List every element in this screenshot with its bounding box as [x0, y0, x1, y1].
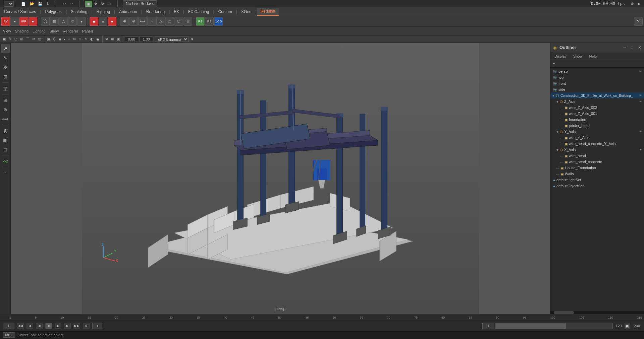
- soft-select-sidebar[interactable]: ◉: [1, 126, 10, 135]
- component-mode-btn[interactable]: ▣: [116, 36, 121, 42]
- no-live-surface-btn[interactable]: No Live Surface: [123, 0, 157, 7]
- combine-btn[interactable]: ⊕: [120, 17, 129, 26]
- undo-btn[interactable]: ↩: [61, 0, 68, 7]
- symmetry-sidebar[interactable]: ⟺: [1, 115, 10, 123]
- outliner-help-tab[interactable]: Help: [587, 54, 600, 59]
- outliner-close-btn[interactable]: ✕: [638, 45, 641, 50]
- help-btn[interactable]: ?: [634, 17, 643, 26]
- tree-item-persp[interactable]: 📷 persp 👁: [550, 68, 644, 74]
- tree-item-wire-head-concrete-y[interactable]: — ▣ wire_head_concrete_Y_Axis: [550, 141, 644, 147]
- color-space-select[interactable]: sRGB gamma: [155, 37, 189, 42]
- group-btn[interactable]: ▦: [50, 17, 59, 26]
- isolate-sidebar[interactable]: ◻: [1, 145, 10, 154]
- gamma-input[interactable]: [140, 37, 153, 42]
- tab-xgen[interactable]: XGen: [238, 8, 255, 15]
- tree-item-default-light-set[interactable]: ● defaultLightSet: [550, 177, 644, 183]
- sphere-btn[interactable]: ●: [77, 17, 86, 26]
- texture-btn[interactable]: ▪: [63, 36, 66, 42]
- range-start-input[interactable]: [482, 323, 494, 329]
- lighting-menu-btn[interactable]: Lighting: [31, 28, 47, 35]
- outliner-tree[interactable]: 📷 persp 👁 📷 top 📷 front 📷: [550, 68, 644, 311]
- tree-item-wire-z-002[interactable]: — ▣ wire_Z_Axis_002: [550, 105, 644, 111]
- mirror-btn[interactable]: ⟺: [138, 17, 147, 26]
- tree-item-y-axis[interactable]: ▼ ⬡ Y_Axis 👁: [550, 129, 644, 135]
- select-tool-sidebar[interactable]: ↗: [1, 44, 10, 53]
- save-scene-btn[interactable]: 💾: [36, 0, 44, 7]
- next-frame-btn[interactable]: ▶▶: [73, 323, 80, 329]
- prev-frame-btn[interactable]: ◀◀: [17, 323, 24, 329]
- vis-eye-z-axis[interactable]: 👁: [638, 99, 643, 104]
- obj-mode-btn[interactable]: ⊞: [110, 36, 115, 42]
- stop-btn[interactable]: ■: [45, 323, 52, 329]
- tree-item-construction[interactable]: ▼ ⬡ Construction_3D_Printer_at_Work_on_B…: [550, 92, 644, 98]
- rs-render-btn[interactable]: RS: [196, 17, 205, 26]
- rs-stop-btn[interactable]: ILOO: [214, 17, 223, 26]
- tree-item-front[interactable]: 📷 front: [550, 80, 644, 86]
- shadow-btn[interactable]: ◐: [89, 36, 95, 42]
- select-mode-btn[interactable]: ▣: [1, 36, 7, 42]
- shaded-btn2[interactable]: ■: [58, 36, 62, 42]
- grid-sidebar[interactable]: ⊞: [1, 96, 10, 105]
- bevel-btn[interactable]: ≡: [99, 17, 107, 26]
- tree-item-walls[interactable]: — ▣ Walls: [550, 171, 644, 177]
- workspace-dropdown-btn[interactable]: Modeling: [2, 0, 15, 7]
- outliner-maximize-btn[interactable]: □: [631, 45, 633, 50]
- tree-item-x-axis[interactable]: ▼ ⬡ X_Axis 👁: [550, 147, 644, 153]
- tree-item-default-object-set[interactable]: ● defaultObjectSet: [550, 183, 644, 189]
- rs-ipr-btn[interactable]: RS: [205, 17, 214, 26]
- snap-grid-btn[interactable]: ⊞: [19, 36, 24, 42]
- tree-item-top[interactable]: 📷 top: [550, 74, 644, 80]
- triangulate-btn[interactable]: △: [156, 17, 165, 26]
- vis-eye-construction[interactable]: 👁: [638, 93, 643, 98]
- play-back-btn[interactable]: ◀: [36, 323, 43, 329]
- move-pivot-btn[interactable]: ✥: [104, 36, 109, 42]
- lattice-btn[interactable]: ⬡: [41, 17, 50, 26]
- cylinder-btn[interactable]: ⬭: [68, 17, 77, 26]
- render-settings-btn[interactable]: ⚙: [629, 0, 636, 7]
- separate-btn[interactable]: ⊗: [129, 17, 138, 26]
- quad-btn[interactable]: □: [165, 17, 174, 26]
- smooth3-btn[interactable]: ⊙: [77, 36, 83, 42]
- open-scene-btn[interactable]: 📂: [28, 0, 36, 7]
- play-fwd-btn[interactable]: ▶: [55, 323, 61, 329]
- tab-fx-caching[interactable]: FX Caching: [185, 8, 213, 15]
- extras-sidebar[interactable]: ⋯: [1, 168, 10, 177]
- shaded-btn[interactable]: ■: [29, 17, 37, 26]
- display-type-btn[interactable]: ▣: [46, 36, 51, 42]
- render-btn[interactable]: ▶: [636, 0, 642, 7]
- loop-btn[interactable]: ↺: [83, 323, 90, 329]
- paint-tool-sidebar[interactable]: ✎: [1, 54, 10, 62]
- smooth1-btn[interactable]: ○: [67, 36, 71, 42]
- workspace-select[interactable]: Modeling: [4, 1, 14, 7]
- start-frame-input[interactable]: [3, 323, 14, 329]
- snap-live-btn[interactable]: ◎: [37, 36, 42, 42]
- import-btn[interactable]: ⬇: [45, 0, 51, 7]
- tree-item-side[interactable]: 📷 side: [550, 86, 644, 92]
- tab-fx[interactable]: FX: [170, 8, 182, 15]
- transform-sidebar[interactable]: ⊞: [1, 72, 10, 81]
- shading-menu-btn[interactable]: Shading: [13, 28, 30, 35]
- outliner-filter-icon[interactable]: ≡: [552, 62, 556, 66]
- tree-item-z-axis[interactable]: ▼ ⬡ Z_Axis 👁: [550, 98, 644, 105]
- prev-keyframe-btn[interactable]: ◀: [26, 323, 33, 329]
- vis-eye-x-axis[interactable]: 👁: [638, 147, 643, 152]
- timeline-range-bar[interactable]: [495, 323, 613, 329]
- bridge-btn[interactable]: ●: [108, 17, 116, 26]
- light-btn[interactable]: ☀: [83, 36, 89, 42]
- tree-item-wire-head[interactable]: — ▣ wire_head: [550, 153, 644, 159]
- wireframe-overlay-btn[interactable]: ⬡: [52, 36, 57, 42]
- new-scene-btn[interactable]: 📄: [19, 0, 28, 7]
- move-tool-sidebar[interactable]: ✥: [1, 63, 10, 72]
- pyramid-btn[interactable]: △: [59, 17, 68, 26]
- snap-point-btn[interactable]: ⊕: [31, 36, 36, 42]
- range-start-handle[interactable]: ▣: [625, 323, 630, 329]
- snap-curve-btn[interactable]: ⌒: [25, 36, 31, 42]
- outliner-scrollbar[interactable]: [550, 311, 644, 314]
- flat-shading-btn[interactable]: ■: [10, 17, 19, 26]
- tab-rigging[interactable]: Rigging: [93, 8, 114, 15]
- tab-redshift[interactable]: Redshift: [257, 8, 279, 16]
- show-menu-btn[interactable]: Show: [48, 28, 61, 35]
- outliner-display-tab[interactable]: Display: [552, 54, 569, 59]
- panels-menu-btn[interactable]: Panels: [80, 28, 95, 35]
- tab-curves-surfaces[interactable]: Curves / Surfaces: [1, 8, 39, 15]
